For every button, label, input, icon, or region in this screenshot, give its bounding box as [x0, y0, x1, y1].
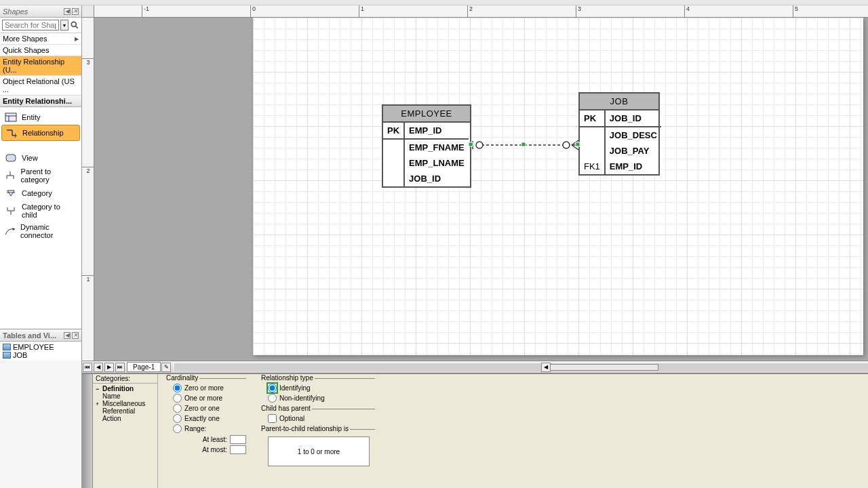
shape-category-to-child[interactable]: Category to child	[1, 201, 80, 221]
ruler-corner	[82, 5, 94, 18]
close-icon[interactable]: ✕	[72, 332, 79, 339]
page-tab-bar: ⏮ ◀ ▶ ⏭ Page-1 ✎ ◀	[82, 361, 868, 373]
entity-job[interactable]: JOB PK FK1 JOB_ID JOB_DESC JOB_PAY	[578, 92, 660, 176]
parent-child-label: Parent-to-child relationship is	[260, 425, 350, 432]
shapes-area: Entity Relationship View Parent to categ…	[0, 107, 81, 329]
chevron-right-icon: ▶	[75, 36, 79, 42]
stencil-object-relational[interactable]: Object Relational (US ...	[0, 76, 81, 96]
close-icon[interactable]: ✕	[72, 8, 79, 15]
cat-name[interactable]: Name	[94, 392, 156, 400]
scroll-thumb[interactable]	[550, 364, 658, 371]
radio-range[interactable]: Range:	[173, 424, 246, 434]
rel-type-group: Relationship type Identifying Non-identi…	[260, 378, 375, 403]
stencil-entity-relationship[interactable]: Entity Relationship (U...	[0, 56, 81, 76]
category-icon	[4, 188, 18, 199]
cat-misc[interactable]: +Miscellaneous	[94, 400, 156, 407]
pk-label: PK	[383, 123, 403, 140]
cat-ref-action[interactable]: Referential Action	[94, 407, 156, 422]
tab-nav-last[interactable]: ⏭	[115, 363, 125, 372]
svg-point-0	[71, 22, 76, 26]
ctc-icon	[4, 205, 18, 216]
search-dropdown[interactable]: ▼	[60, 20, 68, 30]
shape-category[interactable]: Category	[1, 186, 80, 201]
tab-page-1[interactable]: Page-1	[127, 362, 161, 372]
entity-title: EMPLOYEE	[383, 106, 470, 123]
props-grip[interactable]	[82, 374, 93, 488]
shapes-title: Shapes	[3, 7, 28, 16]
sidebar-filler	[0, 361, 82, 488]
ruler-vertical[interactable]: 3 2 1	[82, 18, 94, 361]
shapes-sidebar: Shapes ◀ ✕ ▼ More Shapes▶ Quick Shapes E…	[0, 5, 82, 361]
tab-nav-next[interactable]: ▶	[104, 363, 114, 372]
shape-relationship[interactable]: Relationship	[1, 125, 80, 141]
search-row: ▼	[0, 18, 81, 33]
collapse-icon[interactable]: ◀	[64, 332, 71, 339]
stencil-more-shapes[interactable]: More Shapes▶	[0, 33, 81, 45]
entity-icon	[4, 112, 18, 123]
attr: JOB_PAY	[606, 143, 661, 159]
svg-rect-10	[6, 155, 16, 161]
relationship-icon	[5, 127, 18, 138]
attr: JOB_DESC	[606, 127, 661, 143]
view-icon	[4, 152, 18, 163]
search-input[interactable]	[2, 20, 59, 30]
fk-label: FK1	[580, 159, 604, 174]
tables-title: Tables and Vi...	[3, 331, 56, 340]
svg-marker-20	[12, 228, 15, 230]
scroll-left-icon[interactable]: ◀	[541, 363, 551, 372]
connector-icon	[4, 226, 16, 237]
check-optional[interactable]: Optional	[268, 413, 375, 424]
table-row-employee[interactable]: EMPLOYEE	[1, 343, 80, 351]
radio-zero-or-more[interactable]: Zero or more	[173, 383, 246, 393]
entity-employee[interactable]: EMPLOYEE PK EMP_ID EMP_FNAME EMP_LNAME	[382, 104, 471, 188]
page: EMPLOYEE PK EMP_ID EMP_FNAME EMP_LNAME	[253, 18, 863, 355]
child-parent-label: Child has parent	[260, 405, 312, 412]
radio-zero-or-one[interactable]: Zero or one	[173, 403, 246, 413]
h-scrollbar[interactable]: ◀	[174, 363, 868, 371]
at-least-input[interactable]	[230, 435, 246, 444]
radio-exactly-one[interactable]: Exactly one	[173, 413, 246, 424]
shape-view[interactable]: View	[1, 150, 80, 165]
top-toolbar-strip	[0, 0, 868, 5]
ptc-icon	[4, 170, 17, 181]
relationship-connector[interactable]	[471, 138, 578, 152]
radio-identifying[interactable]: Identifying	[268, 383, 375, 393]
shape-entity[interactable]: Entity	[1, 110, 80, 125]
svg-rect-2	[5, 113, 16, 121]
canvas[interactable]: EMPLOYEE PK EMP_ID EMP_FNAME EMP_LNAME	[94, 18, 868, 361]
tables-list: EMPLOYEE JOB	[0, 342, 81, 361]
attr: EMP_LNAME	[405, 155, 469, 171]
cat-definition[interactable]: −Definition	[94, 385, 156, 392]
properties-panel: Categories: −Definition Name +Miscellane…	[82, 373, 868, 488]
relationship-summary: 1 to 0 or more	[268, 436, 370, 466]
table-row-job[interactable]: JOB	[1, 351, 80, 359]
shape-dynamic-connector[interactable]: Dynamic connector	[1, 221, 80, 241]
shape-parent-to-category[interactable]: Parent to category	[1, 165, 80, 186]
svg-point-23	[476, 142, 483, 148]
collapse-icon[interactable]: ◀	[64, 8, 71, 15]
attr: EMP_ID	[606, 159, 661, 174]
tables-panel: Tables and Vi... ◀ ✕ EMPLOYEE JOB	[0, 329, 81, 361]
pk-label: PK	[580, 110, 604, 127]
cardinality-group: Cardinality Zero or more One or more Zer…	[165, 378, 246, 488]
tab-new[interactable]: ✎	[161, 363, 171, 372]
attr: EMP_FNAME	[405, 140, 469, 155]
parent-child-group: Parent-to-child relationship is 1 to 0 o…	[260, 429, 375, 466]
svg-line-1	[76, 26, 78, 28]
grid-major	[253, 18, 863, 355]
pk-field: EMP_ID	[405, 123, 469, 140]
props-body: Cardinality Zero or more One or more Zer…	[158, 374, 868, 488]
tab-nav-first[interactable]: ⏮	[83, 363, 92, 372]
relationship-column: Relationship type Identifying Non-identi…	[260, 378, 375, 488]
radio-non-identifying[interactable]: Non-identifying	[268, 393, 375, 403]
shapes-panel-header: Shapes ◀ ✕	[0, 5, 81, 18]
stencil-quick-shapes[interactable]: Quick Shapes	[0, 45, 81, 56]
search-go[interactable]	[70, 20, 79, 30]
radio-one-or-more[interactable]: One or more	[173, 393, 246, 403]
rel-type-label: Relationship type	[260, 374, 315, 382]
svg-rect-29	[521, 142, 526, 146]
tab-nav-prev[interactable]: ◀	[94, 363, 103, 372]
at-most-input[interactable]	[230, 445, 246, 454]
canvas-wrap: -1 0 1 2 3 4 5 3 2 1 EMPLOYEE PK	[82, 5, 868, 361]
ruler-horizontal[interactable]: -1 0 1 2 3 4 5	[94, 5, 868, 18]
